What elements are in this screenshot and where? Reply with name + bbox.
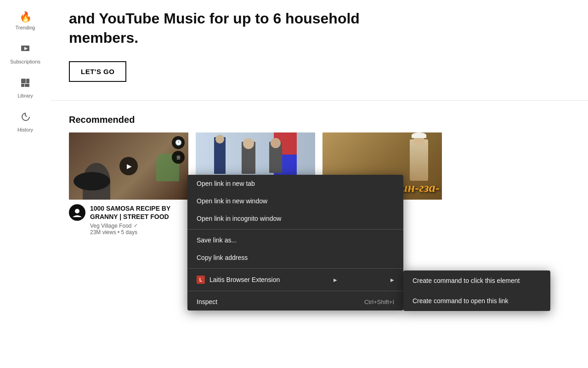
inspect-shortcut: Ctrl+Shift+I <box>364 299 394 305</box>
recommended-title: Recommended <box>69 115 570 125</box>
history-icon <box>20 111 31 125</box>
sidebar-item-history[interactable]: History <box>0 105 51 139</box>
svg-rect-3 <box>26 79 29 83</box>
svg-rect-4 <box>21 84 24 87</box>
video-title-1: 1000 SAMOSA RECIPE BY GRANNY | STREET FO… <box>90 204 188 221</box>
laitis-item: L Laitis Browser Extension <box>197 276 280 284</box>
trending-icon: 🔥 <box>19 11 32 23</box>
svg-rect-5 <box>25 84 29 87</box>
sidebar-item-subscriptions[interactable]: Subscriptions <box>0 37 51 71</box>
subscriptions-icon <box>20 43 31 57</box>
premium-banner-text: and YouTube Music for up to 6 household … <box>69 9 390 47</box>
context-menu-sep-2 <box>187 268 403 269</box>
context-menu: Open link in new tab Open link in new wi… <box>187 175 403 310</box>
lets-go-button[interactable]: LET'S GO <box>69 61 126 82</box>
video-details-1: 1000 SAMOSA RECIPE BY GRANNY | STREET FO… <box>90 204 188 235</box>
play-button-1 <box>119 157 138 175</box>
submenu-create-click[interactable]: Create command to click this element <box>403 270 550 291</box>
context-menu-open-new-tab[interactable]: Open link in new tab <box>187 175 403 192</box>
context-menu-sep-1 <box>187 229 403 230</box>
context-menu-save-link[interactable]: Save link as... <box>187 231 403 249</box>
laitis-icon: L <box>197 276 205 284</box>
video-card-1[interactable]: 🕐 ☰ 1000 SAMOSA RECIPE BY GRANNY | STREE… <box>69 132 188 235</box>
video-info-1: 1000 SAMOSA RECIPE BY GRANNY | STREET FO… <box>69 204 188 235</box>
sidebar-item-trending[interactable]: 🔥 Trending <box>0 5 51 37</box>
context-menu-laitis[interactable]: L Laitis Browser Extension ▶ Create comm… <box>187 270 403 289</box>
section-divider <box>51 100 588 101</box>
context-menu-sep-3 <box>187 291 403 291</box>
sidebar-item-library[interactable]: Library <box>0 71 51 105</box>
svg-point-6 <box>75 209 79 213</box>
sidebar-label-trending: Trending <box>15 25 35 30</box>
context-menu-open-incognito[interactable]: Open link in incognito window <box>187 210 403 227</box>
sidebar: 🔥 Trending Subscriptions Library <box>0 0 51 368</box>
sidebar-label-library: Library <box>17 93 33 98</box>
context-menu-open-new-window[interactable]: Open link in new window <box>187 192 403 210</box>
library-icon <box>20 77 31 91</box>
video-meta-1: 23M views • 5 days <box>90 229 188 236</box>
menu-overlay-1: ☰ <box>172 151 185 164</box>
watch-later-overlay-1: 🕐 <box>172 136 185 149</box>
submenu-arrow: ▶ <box>334 277 337 282</box>
context-menu-copy-link[interactable]: Copy link address <box>187 249 403 266</box>
sidebar-label-history: History <box>17 127 33 132</box>
submenu: Create command to click this element Cre… <box>403 270 550 311</box>
verified-badge-1: ✓ <box>134 223 138 229</box>
sidebar-label-subscriptions: Subscriptions <box>10 59 40 64</box>
thumbnail-1: 🕐 ☰ <box>69 132 188 200</box>
context-menu-inspect[interactable]: Inspect Ctrl+Shift+I <box>187 293 403 310</box>
channel-avatar-1 <box>69 204 85 221</box>
svg-rect-2 <box>21 79 26 83</box>
submenu-create-open[interactable]: Create command to open this link <box>403 291 550 311</box>
channel-name-1: Veg Village Food ✓ <box>90 223 188 229</box>
